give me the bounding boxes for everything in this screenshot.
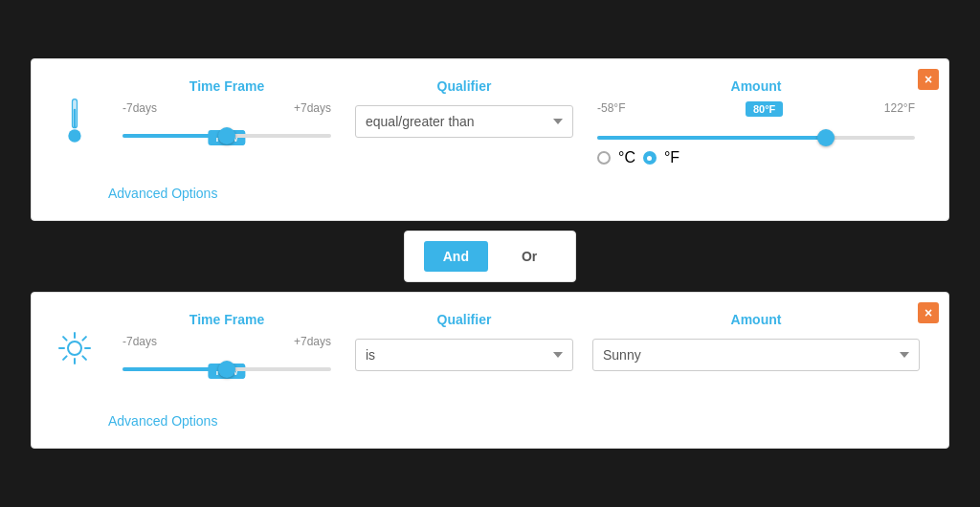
slider-wrapper-1: Now [122, 134, 331, 161]
slider-thumb-2[interactable] [218, 361, 235, 378]
qualifier-label-1: Qualifier [355, 78, 573, 94]
amount-col-1: Amount -58°F 80°F 122°F °C °F [592, 78, 920, 166]
timeframe-slider-1[interactable]: -7days +7days Now [118, 101, 336, 161]
qualifier-label-2: Qualifier [355, 312, 573, 327]
amount-label-2: Amount [592, 312, 920, 327]
close-button-1[interactable]: × [918, 69, 939, 90]
slider-track-1[interactable] [122, 134, 331, 138]
fahrenheit-radio-1[interactable] [643, 151, 657, 165]
amount-slider-1[interactable]: -58°F 80°F 122°F [592, 101, 920, 140]
svg-rect-1 [74, 109, 77, 128]
slider-labels-1: -7days +7days [122, 101, 331, 115]
svg-line-8 [63, 337, 67, 341]
slider-max-2: +7days [294, 335, 331, 348]
and-button[interactable]: And [424, 241, 488, 272]
timeframe-col-2: Time Frame -7days +7days Now [118, 312, 336, 394]
svg-point-2 [68, 129, 80, 142]
amount-fill-1 [597, 136, 826, 140]
timeframe-col-1: Time Frame -7days +7days Now [118, 78, 336, 161]
operator-row: And Or [404, 221, 577, 292]
svg-line-11 [63, 356, 67, 360]
amount-slider-labels-1: -58°F 80°F 122°F [597, 101, 915, 117]
advanced-options-2[interactable]: Advanced Options [51, 413, 920, 429]
svg-line-10 [82, 337, 86, 341]
timeframe-label-1: Time Frame [118, 78, 336, 94]
amount-col-2: Amount Sunny Cloudy Rainy Snowy Windy Fo… [592, 312, 920, 371]
operator-box: And Or [404, 231, 577, 282]
amount-min-1: -58°F [597, 101, 625, 115]
slider-track-2[interactable] [122, 367, 331, 371]
or-button[interactable]: Or [502, 241, 556, 272]
icon-col-2 [51, 312, 99, 365]
svg-point-3 [68, 342, 81, 355]
fahrenheit-label-1: °F [664, 149, 679, 166]
qualifier-col-1: Qualifier equal/greater than equal/less … [355, 78, 573, 138]
celsius-radio-1[interactable] [597, 151, 611, 165]
slider-labels-2: -7days +7days [122, 335, 331, 348]
slider-thumb-1[interactable] [218, 127, 235, 144]
thermometer-icon [60, 98, 89, 145]
slider-min-2: -7days [122, 335, 157, 348]
slider-max-1: +7days [294, 101, 331, 115]
advanced-options-1[interactable]: Advanced Options [51, 186, 920, 201]
slider-fill-1 [122, 134, 227, 138]
amount-label-1: Amount [592, 78, 920, 94]
close-button-2[interactable]: × [918, 302, 939, 323]
card1-row: Time Frame -7days +7days Now Qualifier [51, 78, 920, 166]
amount-badge-1: 80°F [746, 101, 783, 117]
timeframe-label-2: Time Frame [118, 312, 336, 327]
qualifier-col-2: Qualifier is is not [355, 312, 573, 371]
amount-track-1[interactable] [597, 136, 915, 140]
qualifier-select-1[interactable]: equal/greater than equal/less than equal… [355, 105, 573, 138]
timeframe-slider-2[interactable]: -7days +7days Now [118, 335, 336, 394]
condition-card-1: × Time Frame -7days +7days Now [31, 58, 949, 221]
sun-icon [57, 331, 92, 365]
slider-fill-2 [122, 367, 227, 371]
svg-line-9 [82, 356, 86, 360]
slider-wrapper-2: Now [122, 367, 331, 394]
qualifier-select-2[interactable]: is is not [355, 339, 573, 371]
close-icon-1: × [924, 72, 932, 87]
celsius-label-1: °C [618, 149, 635, 166]
unit-selector-1: °C °F [592, 149, 920, 166]
condition-card-2: × Time Frame -7days +7days [31, 292, 949, 449]
card2-row: Time Frame -7days +7days Now Qualifier [51, 312, 920, 394]
amount-thumb-1[interactable] [817, 129, 835, 146]
amount-select-2[interactable]: Sunny Cloudy Rainy Snowy Windy Foggy Par… [592, 339, 920, 371]
icon-col-1 [51, 78, 99, 145]
amount-max-1: 122°F [884, 101, 915, 115]
slider-min-1: -7days [122, 101, 157, 115]
close-icon-2: × [924, 305, 932, 320]
